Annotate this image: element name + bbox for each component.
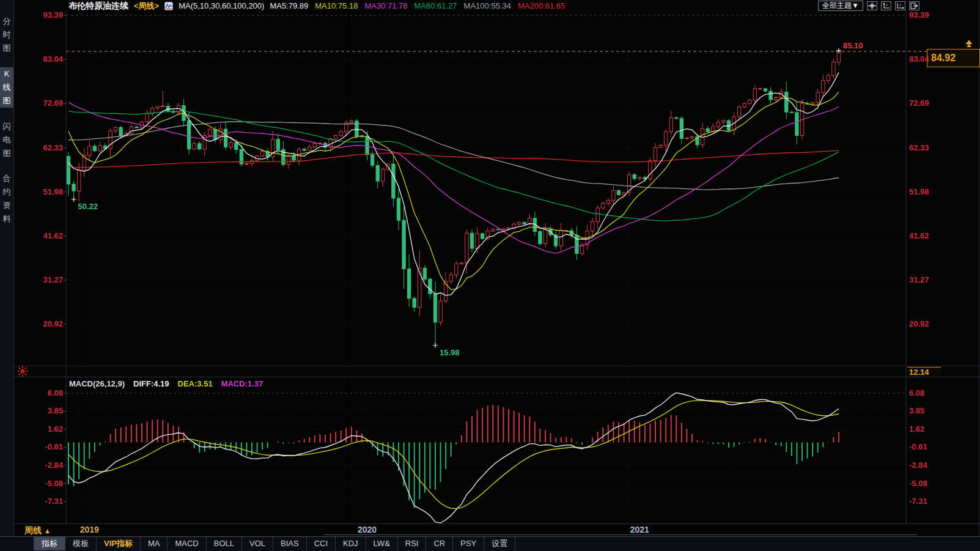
macd-axis-label: 3.85	[909, 406, 951, 415]
timeframe-tag: <周线>	[134, 1, 159, 12]
pane-divider	[13, 377, 980, 377]
macd-legend-item: DEA:3.51	[178, 379, 213, 388]
x-axis-year-label: 2020	[349, 525, 386, 534]
left-sidebar: 分时图K线图闪电图合约资料	[0, 0, 14, 551]
ma-legend: MA5:79.89MA10:75.18MA30:71.78MA60:61.27M…	[270, 1, 565, 10]
price-axis-label: 93.39	[21, 10, 63, 20]
price-marker-label: 85.10	[843, 41, 863, 50]
ma-legend-item: MA10:75.18	[315, 1, 358, 10]
macd-axis-label: -7.31	[21, 497, 63, 506]
macd-settings-label: MACD(26,12,9)	[69, 379, 125, 388]
toolbar-tab[interactable]: BIAS	[273, 537, 307, 550]
bottom-scroll-line[interactable]	[324, 534, 917, 535]
price-axis-label: 41.62	[909, 231, 951, 240]
footer-timeframe-label: 周线	[24, 525, 42, 535]
toolbar-tab[interactable]: KDJ	[336, 537, 366, 550]
macd-header: MACD(26,12,9) DIFF:4.19DEA:3.51MACD:1.37	[69, 379, 263, 388]
x-axis-year-label: 2021	[621, 525, 658, 534]
sidebar-item-4[interactable]: 合约资料	[0, 172, 13, 226]
macd-axis-label: -2.84	[909, 460, 951, 470]
chart-window: 布伦特原油连续 <周线> MA(5,10,30,60,100,200) MA5:…	[0, 0, 980, 551]
indicator-tabs: 指标模板VIP指标MAMACDBOLLVOLBIASCCIKDJLW&RSICR…	[34, 537, 515, 550]
price-axis-label: 51.98	[21, 187, 63, 196]
symbol-title: 布伦特原油连续	[68, 1, 128, 12]
fit-horizontal-axis-icon[interactable]	[895, 1, 905, 10]
toolbar-tab[interactable]: 指标	[34, 537, 65, 550]
price-axis-label: 41.62	[21, 231, 63, 240]
sidebar-item-3[interactable]: 闪电图	[0, 120, 13, 160]
price-marker-label: 50.22	[78, 202, 98, 211]
fit-vertical-axis-icon[interactable]	[881, 1, 891, 10]
macd-axis-label: -5.08	[909, 479, 951, 488]
macd-pane	[68, 393, 839, 523]
pane-divider-top	[13, 366, 980, 366]
ma-settings-label: MA(5,10,30,60,100,200)	[179, 1, 264, 10]
price-marker-label: 15.98	[440, 348, 460, 357]
macd-axis-label: -0.61	[909, 442, 951, 451]
price-axis-label: 31.27	[21, 275, 63, 284]
timeframe-up-arrow-icon: ▲	[44, 527, 51, 534]
toolbar-tab[interactable]: RSI	[398, 537, 427, 550]
dea-line	[68, 401, 839, 509]
macd-axis-label: 6.08	[21, 388, 63, 398]
chart-canvas	[0, 0, 980, 551]
price-axis-label: 83.04	[909, 54, 951, 64]
ma-legend-item: MA5:79.89	[270, 1, 308, 10]
ma-legend-item: MA60:61.27	[414, 1, 457, 10]
macd-axis-label: 6.08	[909, 388, 951, 398]
footer-timeframe[interactable]: 周线 ▲	[24, 525, 51, 536]
ma-legend-item: MA30:71.78	[364, 1, 407, 10]
price-axis-label: 72.69	[21, 98, 63, 108]
diff-line	[68, 393, 839, 523]
price-up-arrow-icon	[965, 40, 973, 51]
macd-axis-label: 3.85	[21, 406, 63, 415]
exit-chart-icon[interactable]	[909, 1, 919, 10]
macd-axis-label: 1.62	[21, 424, 63, 434]
ma60-line	[68, 111, 839, 221]
sidebar-item-1[interactable]: 分时图	[0, 15, 13, 55]
price-axis-label: 31.27	[909, 275, 951, 284]
toolbar-tab[interactable]: 设置	[484, 537, 515, 550]
candles	[67, 51, 840, 346]
price-axis-label: 83.04	[21, 54, 63, 64]
macd-axis-label: 1.62	[909, 424, 951, 434]
price-axis-label: 51.98	[909, 187, 951, 196]
toolbar-tab[interactable]: PSY	[453, 537, 484, 550]
ma200-line	[68, 150, 839, 168]
sidebar-item-2[interactable]: K线图	[0, 67, 13, 108]
theme-select-button[interactable]: 全部主题▼	[818, 1, 863, 11]
price-axis-label: 72.69	[909, 98, 951, 108]
gridlines	[66, 11, 906, 523]
price-axis-label: 20.92	[21, 319, 63, 328]
mini-chart-icon	[164, 2, 173, 10]
toolbar-tab[interactable]: CCI	[307, 537, 336, 550]
macd-axis-label: -0.61	[21, 442, 63, 451]
axis-strip-divider	[13, 523, 980, 524]
toolbar-tab[interactable]: VOL	[242, 537, 273, 550]
macd-legend-item: MACD:1.37	[221, 379, 263, 388]
toolbar-tab[interactable]: VIP指标	[97, 537, 141, 550]
macd-scale-top-label: 12.14	[907, 367, 941, 377]
toolbar-tab[interactable]: CR	[426, 537, 453, 550]
toolbar-tab[interactable]: 模板	[65, 537, 97, 550]
toolbar-tab[interactable]: LW&	[366, 537, 398, 550]
x-axis-year-label: 2019	[71, 525, 108, 534]
ma-legend-item: MA200:61.65	[518, 1, 565, 10]
bottom-toolbar: 指标模板VIP指标MAMACDBOLLVOLBIASCCIKDJLW&RSICR…	[0, 536, 980, 551]
macd-axis-label: -5.08	[21, 479, 63, 488]
price-axis-label: 20.92	[909, 319, 951, 328]
macd-axis-label: -7.31	[909, 497, 951, 506]
toolbar-tab[interactable]: MACD	[168, 537, 206, 550]
chart-title-bar: 布伦特原油连续 <周线> MA(5,10,30,60,100,200) MA5:…	[68, 0, 565, 12]
extreme-cross-marker	[433, 343, 438, 348]
ma-legend-item: MA100:55.34	[464, 1, 511, 10]
chart-controls: 全部主题▼	[818, 1, 919, 11]
price-axis-label: 62.33	[21, 143, 63, 152]
extreme-cross-marker	[72, 197, 76, 202]
toolbar-tab[interactable]: MA	[141, 537, 168, 550]
crosshair-icon[interactable]	[867, 1, 877, 10]
price-axis-label: 93.39	[909, 10, 951, 20]
price-axis-label: 62.33	[909, 143, 951, 152]
toolbar-tab[interactable]: BOLL	[207, 537, 242, 550]
red-beacon-icon	[16, 364, 29, 380]
